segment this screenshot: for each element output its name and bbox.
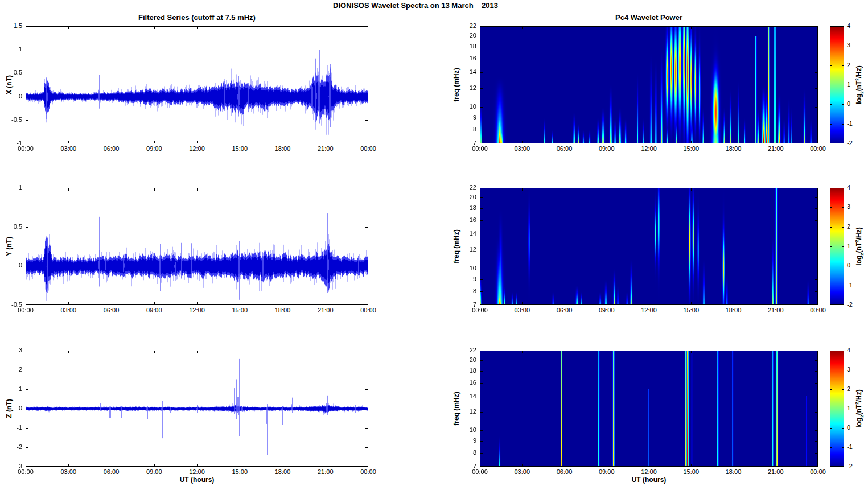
series-ytick-label: 3 [0, 347, 22, 354]
series-xtick-label: 18:00 [268, 468, 298, 476]
freq-tick-label: 22 [454, 347, 476, 354]
colorbar-tick-label: -2 [847, 463, 864, 470]
series-xtick-label: 09:00 [139, 468, 169, 476]
freq-tick-label: 22 [454, 184, 476, 191]
wavelet-xtick-label: 15:00 [676, 468, 706, 476]
series-ytick-label: 0 [0, 405, 22, 412]
series-ytick-label: 0.5 [0, 223, 22, 230]
freq-tick-label: 20 [454, 193, 476, 201]
wavelet-xtick-label: 21:00 [761, 468, 791, 476]
freq-tick-label: 10 [454, 265, 476, 272]
series-xtick-label: 06:00 [97, 468, 126, 476]
series-xtick-label: 15:00 [225, 307, 254, 314]
series-ytick-label: -0.5 [0, 116, 22, 123]
wavelet-xtick-label: 18:00 [719, 145, 748, 153]
wavelet-xtick-label: 12:00 [634, 468, 664, 476]
series-xtick-label: 06:00 [97, 307, 126, 314]
wavelet-xtick-label: 15:00 [676, 307, 706, 314]
wavelet-xtick-label: 09:00 [592, 307, 622, 314]
wavelet-xtick-label: 21:00 [761, 145, 791, 153]
colorbar-tick-label: 4 [847, 22, 864, 30]
freq-tick-label: 10 [454, 103, 476, 110]
colorbar-tick-label: 2 [847, 223, 864, 230]
x-series-plot [26, 26, 368, 143]
series-ytick-label: 0 [0, 262, 22, 269]
series-ytick-label: -2 [0, 443, 22, 451]
colorbar-tick-label: -1 [847, 443, 864, 451]
freq-tick-label: 9 [454, 114, 476, 121]
wavelet-xtick-label: 00:00 [803, 307, 833, 314]
freq-tick-label: 9 [454, 437, 476, 444]
series-xtick-label: 00:00 [11, 468, 40, 476]
wavelet-xtick-label: 00:00 [803, 468, 833, 476]
cb-label-sub: 2 [859, 91, 865, 93]
cb-label-sup: 2 [854, 78, 859, 80]
series-xtick-label: 12:00 [182, 468, 212, 476]
wavelet-xtick-label: 06:00 [550, 307, 579, 314]
series-ytick-label: 0.5 [0, 69, 22, 76]
freq-tick-label: 16 [454, 379, 476, 386]
z-series-plot [26, 351, 368, 467]
series-xtick-label: 03:00 [54, 468, 83, 476]
wavelet-xtick-label: 00:00 [465, 307, 495, 314]
ut-hours-label-right: UT (hours) [632, 476, 667, 484]
series-xtick-label: 00:00 [353, 145, 383, 153]
freq-tick-label: 14 [454, 230, 476, 237]
wavelet-xtick-label: 18:00 [719, 307, 748, 314]
figure: DIONISOS Wavelet Spectra on 13 March 201… [0, 0, 868, 486]
series-ytick-label: 1 [0, 184, 22, 191]
colorbar-tick-label: 1 [847, 81, 864, 88]
colorbar-tick-label: 2 [847, 61, 864, 69]
colorbar-tick-label: 0 [847, 424, 864, 431]
series-xtick-label: 18:00 [268, 145, 298, 153]
freq-tick-label: 18 [454, 204, 476, 212]
freq-tick-label: 8 [454, 287, 476, 295]
freq-tick-label: 16 [454, 55, 476, 62]
series-xtick-label: 00:00 [11, 307, 40, 314]
colorbar-tick-label: 4 [847, 347, 864, 354]
ut-hours-label-left: UT (hours) [180, 476, 215, 484]
wavelet-xtick-label: 00:00 [465, 145, 495, 153]
series-ytick-label: 0 [0, 93, 22, 100]
y-wavelet-heatmap [480, 188, 818, 305]
series-ytick-label: -1 [0, 424, 22, 431]
freq-tick-label: 8 [454, 449, 476, 456]
main-title: DIONISOS Wavelet Spectra on 13 March 201… [188, 1, 643, 10]
x-wavelet-heatmap [480, 26, 818, 143]
y-series-ylabel: Y (nT) [5, 237, 13, 256]
colorbar-tick-label: 2 [847, 385, 864, 393]
wavelet-xtick-label: 12:00 [634, 145, 664, 153]
series-ytick-label: 1 [0, 46, 22, 53]
colorbar-tick-label: 0 [847, 100, 864, 108]
colorbar-tick-label: 1 [847, 242, 864, 250]
wavelet-xtick-label: 06:00 [550, 145, 579, 153]
wavelet-xtick-label: 09:00 [592, 145, 622, 153]
colorbar-tick-label: 1 [847, 405, 864, 412]
wavelet-xtick-label: 00:00 [803, 145, 833, 153]
wavelet-xtick-label: 06:00 [550, 468, 579, 476]
series-xtick-label: 15:00 [225, 145, 254, 153]
colorbar-tick-label: 3 [847, 366, 864, 373]
colorbar-tick-label: 0 [847, 262, 864, 269]
series-xtick-label: 21:00 [311, 307, 340, 314]
wavelet-xtick-label: 18:00 [719, 468, 748, 476]
colorbar-x [830, 26, 844, 143]
series-xtick-label: 06:00 [97, 145, 126, 153]
wavelet-xtick-label: 03:00 [507, 307, 537, 314]
wavelet-xtick-label: 00:00 [465, 468, 495, 476]
z-wavelet-heatmap [480, 351, 818, 467]
wavelet-power-title: Pc4 Wavelet Power [480, 13, 818, 22]
freq-tick-label: 18 [454, 367, 476, 374]
wavelet-xtick-label: 12:00 [634, 307, 664, 314]
freq-tick-label: 9 [454, 275, 476, 283]
wavelet-xtick-label: 03:00 [507, 145, 537, 153]
series-xtick-label: 03:00 [54, 307, 83, 314]
series-xtick-label: 12:00 [182, 307, 212, 314]
y-series-plot [26, 188, 368, 305]
cb-label-sub: 2 [859, 415, 865, 417]
x-series-ylabel: X (nT) [5, 75, 13, 94]
wavelet-xtick-label: 03:00 [507, 468, 537, 476]
colorbar-tick-label: 3 [847, 42, 864, 49]
colorbar-tick-label: -2 [847, 301, 864, 308]
series-ytick-label: 2 [0, 366, 22, 373]
